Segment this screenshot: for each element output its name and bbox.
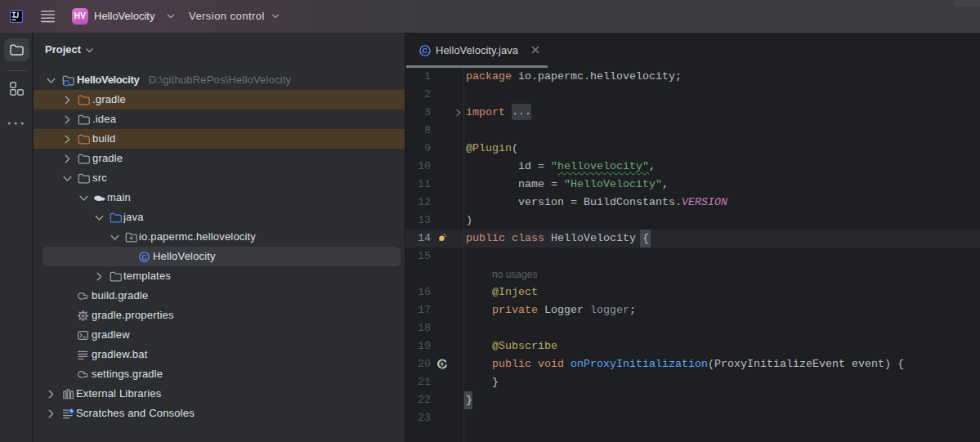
svg-text:C: C (141, 252, 147, 261)
svg-text:C: C (423, 46, 428, 55)
